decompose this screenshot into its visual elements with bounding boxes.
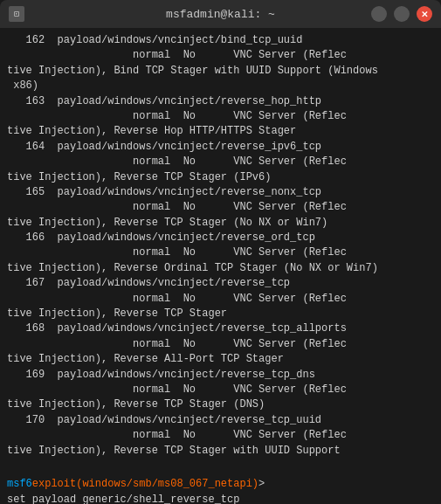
output-line: tive Injection), Reverse TCP Stager (No … (7, 216, 434, 231)
window-controls: ✕ (371, 6, 432, 22)
output-line: tive Injection), Reverse Hop HTTP/HTTPS … (7, 124, 434, 139)
terminal-window: ⊡ msfadmin@kali: ~ ✕ 162 payload/windows… (0, 0, 441, 504)
output-line: 170 payload/windows/vncinject/reverse_tc… (7, 413, 434, 428)
output-line: 166 payload/windows/vncinject/reverse_or… (7, 231, 434, 245)
output-line: tive Injection), Reverse All-Port TCP St… (7, 352, 434, 367)
output-line: tive Injection), Reverse TCP Stager (IPv… (7, 170, 434, 185)
output-line: x86) (7, 79, 434, 93)
output-line: 168 payload/windows/vncinject/reverse_tc… (7, 321, 434, 336)
output-line: tive Injection), Reverse Ordinal TCP Sta… (7, 261, 434, 276)
output-line: 169 payload/windows/vncinject/reverse_tc… (7, 368, 434, 383)
terminal-icon: ⊡ (9, 6, 24, 22)
prompt-command: set payload generic/shell_reverse_tcp (7, 493, 239, 504)
prompt-arrow: > (258, 477, 265, 492)
output-line: tive Injection), Bind TCP Stager with UU… (7, 64, 434, 79)
close-button[interactable]: ✕ (417, 6, 432, 22)
window-title: msfadmin@kali: ~ (166, 8, 275, 21)
output-line: normal No VNC Server (Reflec (7, 200, 434, 215)
output-line: tive Injection), Reverse TCP Stager (DNS… (7, 397, 434, 412)
output-line: normal No VNC Server (Reflec (7, 428, 434, 443)
output-line: 162 payload/windows/vncinject/bind_tcp_u… (7, 33, 434, 48)
titlebar: ⊡ msfadmin@kali: ~ ✕ (0, 0, 441, 28)
output-line: 165 payload/windows/vncinject/reverse_no… (7, 185, 434, 200)
output-line: 164 payload/windows/vncinject/reverse_ip… (7, 140, 434, 155)
titlebar-left: ⊡ (9, 6, 24, 22)
prompt-line-1: msf6 exploit(windows/smb/ms08_067_netapi… (7, 477, 434, 504)
blank-line (7, 462, 434, 477)
output-line: normal No VNC Server (Reflec (7, 48, 434, 63)
output-line: normal No VNC Server (Reflec (7, 337, 434, 352)
output-line: normal No VNC Server (Reflec (7, 292, 434, 307)
prompt-module-label: exploit(windows/smb/ms08_067_netapi) (32, 477, 258, 492)
output-line: normal No VNC Server (Reflec (7, 245, 434, 260)
output-line: 167 payload/windows/vncinject/reverse_tc… (7, 276, 434, 291)
maximize-button[interactable] (394, 6, 410, 22)
output-line: tive Injection), Reverse TCP Stager (7, 307, 434, 321)
output-line: tive Injection), Reverse TCP Stager with… (7, 444, 434, 459)
terminal-output[interactable]: 162 payload/windows/vncinject/bind_tcp_u… (0, 28, 441, 504)
output-line: 163 payload/windows/vncinject/reverse_ho… (7, 94, 434, 109)
minimize-button[interactable] (371, 6, 387, 22)
output-line: normal No VNC Server (Reflec (7, 155, 434, 169)
prompt-msf-label: msf6 (7, 477, 32, 492)
output-line: normal No VNC Server (Reflec (7, 109, 434, 124)
output-line: normal No VNC Server (Reflec (7, 383, 434, 397)
